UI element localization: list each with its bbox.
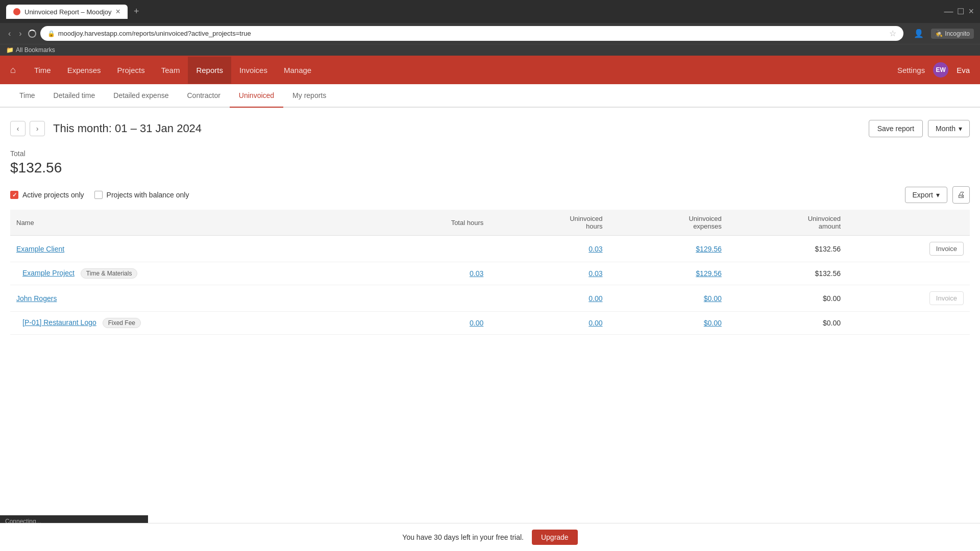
print-button[interactable]: 🖨 bbox=[952, 186, 970, 204]
bookmark-star-icon[interactable]: ☆ bbox=[889, 29, 896, 38]
invoice-button[interactable]: Invoice bbox=[929, 242, 964, 256]
nav-time[interactable]: Time bbox=[26, 57, 59, 84]
table-row: [P-01] Restaurant Logo Fixed Fee 0.00 0.… bbox=[10, 312, 970, 335]
uninvoiced-expenses-link[interactable]: $0.00 bbox=[704, 319, 722, 327]
period-dropdown[interactable]: Month ▾ bbox=[928, 120, 970, 137]
uninvoiced-amount-cell: $0.00 bbox=[728, 285, 847, 312]
col-uninvoiced-expenses: Uninvoicedexpenses bbox=[609, 210, 728, 236]
total-hours-cell: 0.03 bbox=[372, 262, 489, 285]
filters-right: Export ▾ 🖨 bbox=[905, 186, 970, 204]
balance-only-filter[interactable]: Projects with balance only bbox=[94, 191, 189, 199]
project-name-cell: Example Project Time & Materials bbox=[10, 262, 372, 285]
uninvoiced-amount-cell: $132.56 bbox=[728, 262, 847, 285]
main-nav: Time Expenses Projects Team Reports Invo… bbox=[26, 57, 897, 84]
maximize-button[interactable]: ☐ bbox=[957, 7, 964, 16]
invoice-button-disabled: Invoice bbox=[929, 291, 964, 305]
close-window-button[interactable]: × bbox=[968, 6, 974, 17]
total-hours-cell: 0.00 bbox=[372, 312, 489, 335]
active-projects-checkbox[interactable] bbox=[10, 191, 18, 199]
active-projects-label: Active projects only bbox=[22, 191, 84, 199]
report-table: Name Total hours Uninvoicedhours Uninvoi… bbox=[10, 210, 970, 335]
home-icon[interactable]: ⌂ bbox=[10, 65, 16, 76]
next-period-button[interactable]: › bbox=[30, 121, 45, 136]
bookmarks-folder[interactable]: 📁 All Bookmarks bbox=[6, 46, 55, 54]
nav-invoices[interactable]: Invoices bbox=[231, 57, 276, 84]
col-actions bbox=[847, 210, 970, 236]
tab-detailed-time[interactable]: Detailed time bbox=[44, 84, 105, 108]
uninvoiced-hours-cell: 0.03 bbox=[489, 236, 608, 262]
invoice-action-cell bbox=[847, 312, 970, 335]
filters-left: Active projects only Projects with balan… bbox=[10, 191, 189, 199]
uninvoiced-hours-link[interactable]: 0.00 bbox=[589, 294, 602, 303]
new-tab-button[interactable]: + bbox=[130, 4, 143, 19]
project-link[interactable]: [P-01] Restaurant Logo bbox=[22, 318, 96, 327]
printer-icon: 🖨 bbox=[957, 190, 965, 199]
col-uninvoiced-amount: Uninvoicedamount bbox=[728, 210, 847, 236]
prev-period-button[interactable]: ‹ bbox=[10, 121, 26, 136]
uninvoiced-expenses-cell: $129.56 bbox=[609, 236, 728, 262]
project-link[interactable]: Example Project bbox=[22, 269, 75, 277]
address-bar[interactable]: 🔒 moodjoy.harvestapp.com/reports/uninvoi… bbox=[40, 26, 904, 41]
total-section: Total $132.56 bbox=[10, 149, 970, 176]
export-button[interactable]: Export ▾ bbox=[905, 187, 947, 203]
balance-only-checkbox[interactable] bbox=[94, 191, 103, 199]
uninvoiced-expenses-link[interactable]: $129.56 bbox=[696, 245, 722, 253]
uninvoiced-expenses-link[interactable]: $0.00 bbox=[704, 294, 722, 303]
col-name: Name bbox=[10, 210, 372, 236]
incognito-icon: 🕵 bbox=[935, 30, 943, 37]
tab-detailed-expense[interactable]: Detailed expense bbox=[104, 84, 178, 108]
tab-close-button[interactable]: × bbox=[116, 8, 120, 16]
tab-title: Uninvoiced Report – Moodjoy bbox=[24, 8, 112, 16]
total-label: Total bbox=[10, 149, 970, 158]
total-amount: $132.56 bbox=[10, 160, 970, 176]
client-link[interactable]: John Rogers bbox=[16, 294, 57, 303]
invoice-action-cell: Invoice bbox=[847, 236, 970, 262]
nav-expenses[interactable]: Expenses bbox=[59, 57, 109, 84]
col-total-hours: Total hours bbox=[372, 210, 489, 236]
active-projects-filter[interactable]: Active projects only bbox=[10, 191, 84, 199]
settings-link[interactable]: Settings bbox=[897, 66, 925, 74]
uninvoiced-hours-link[interactable]: 0.00 bbox=[589, 319, 602, 327]
project-name-cell: [P-01] Restaurant Logo Fixed Fee bbox=[10, 312, 372, 335]
nav-manage[interactable]: Manage bbox=[276, 57, 320, 84]
main-content: ‹ › This month: 01 – 31 Jan 2024 Save re… bbox=[0, 108, 980, 414]
uninvoiced-hours-cell: 0.00 bbox=[489, 312, 608, 335]
tab-my-reports[interactable]: My reports bbox=[283, 84, 335, 108]
col-uninvoiced-hours: Uninvoicedhours bbox=[489, 210, 608, 236]
uninvoiced-expenses-cell: $129.56 bbox=[609, 262, 728, 285]
filters-row: Active projects only Projects with balan… bbox=[10, 186, 970, 204]
total-hours-link[interactable]: 0.03 bbox=[470, 269, 483, 278]
client-link[interactable]: Example Client bbox=[16, 245, 64, 253]
uninvoiced-expenses-cell: $0.00 bbox=[609, 312, 728, 335]
forward-button[interactable]: › bbox=[17, 27, 23, 40]
minimize-button[interactable]: — bbox=[944, 6, 953, 17]
chevron-down-icon: ▾ bbox=[959, 124, 962, 133]
lock-icon: 🔒 bbox=[47, 30, 55, 37]
nav-reports[interactable]: Reports bbox=[188, 57, 231, 84]
save-report-button[interactable]: Save report bbox=[869, 120, 923, 137]
date-navigation: ‹ › This month: 01 – 31 Jan 2024 bbox=[10, 121, 202, 136]
tab-time[interactable]: Time bbox=[10, 84, 44, 108]
uninvoiced-amount-cell: $0.00 bbox=[728, 312, 847, 335]
table-row: Example Project Time & Materials 0.03 0.… bbox=[10, 262, 970, 285]
uninvoiced-expenses-link[interactable]: $129.56 bbox=[696, 269, 722, 278]
nav-projects[interactable]: Projects bbox=[109, 57, 153, 84]
back-button[interactable]: ‹ bbox=[6, 27, 13, 40]
table-row: John Rogers 0.00 $0.00 $0.00 Invoice bbox=[10, 285, 970, 312]
tab-uninvoiced[interactable]: Uninvoiced bbox=[230, 84, 283, 108]
uninvoiced-hours-link[interactable]: 0.03 bbox=[589, 269, 602, 278]
user-avatar: EW bbox=[933, 62, 948, 78]
client-name-cell: Example Client bbox=[10, 236, 372, 262]
date-header: ‹ › This month: 01 – 31 Jan 2024 Save re… bbox=[10, 120, 970, 137]
nav-team[interactable]: Team bbox=[153, 57, 188, 84]
tab-contractor[interactable]: Contractor bbox=[178, 84, 229, 108]
project-tag: Fixed Fee bbox=[103, 318, 141, 328]
url-text: moodjoy.harvestapp.com/reports/uninvoice… bbox=[58, 30, 887, 37]
folder-icon: 📁 bbox=[6, 46, 14, 54]
user-name[interactable]: Eva bbox=[957, 66, 970, 74]
total-hours-link[interactable]: 0.00 bbox=[470, 319, 483, 327]
incognito-badge: 🕵 Incognito bbox=[931, 29, 974, 39]
uninvoiced-hours-link[interactable]: 0.03 bbox=[589, 245, 602, 253]
profile-icon[interactable]: 👤 bbox=[912, 27, 926, 40]
total-hours-cell bbox=[372, 285, 489, 312]
